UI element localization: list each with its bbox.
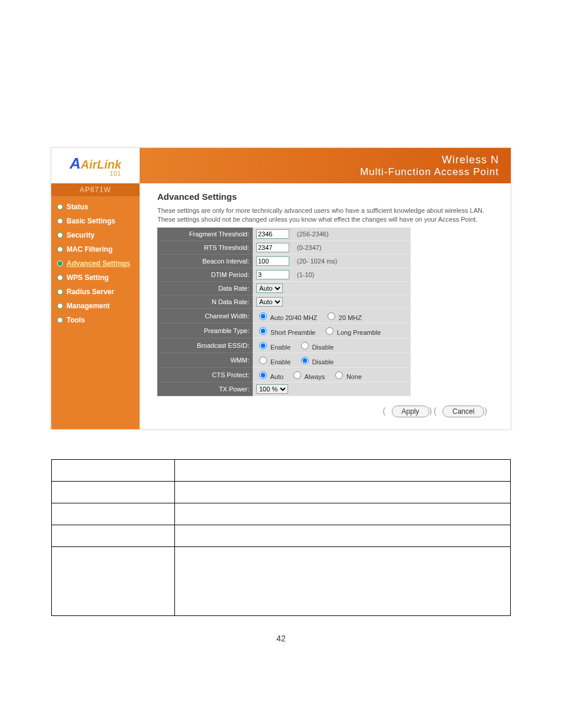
wmm-enable[interactable]: Enable xyxy=(256,358,290,365)
opt-label: Disable xyxy=(312,358,334,365)
opt-label: Long Preamble xyxy=(337,329,381,336)
channel-width-opt1[interactable]: Auto 20/40 MHZ xyxy=(256,314,318,321)
nav-wps-setting[interactable]: WPS Setting xyxy=(51,271,140,285)
tx-power-select[interactable]: 100 % xyxy=(256,384,288,394)
apply-button[interactable]: Apply xyxy=(392,406,429,417)
bullet-icon xyxy=(57,204,63,210)
definition-table xyxy=(51,459,511,616)
table-row xyxy=(52,481,511,503)
wmm-label: WMM: xyxy=(157,353,253,367)
nav-advanced-settings[interactable]: Advanced Settings xyxy=(51,256,140,271)
preamble-opt1[interactable]: Short Preamble xyxy=(256,329,316,336)
tx-power-label: TX Power: xyxy=(157,382,253,396)
table-row xyxy=(52,503,511,525)
nav-security[interactable]: Security xyxy=(51,228,140,242)
model-label: AP671W xyxy=(51,183,140,196)
nav-item-label: WPS Setting xyxy=(67,274,108,282)
banner-line1: Wireless N xyxy=(442,154,499,166)
opt-label: Always xyxy=(305,373,325,380)
bullet-icon xyxy=(57,317,63,323)
data-rate-select[interactable]: Auto xyxy=(256,284,283,293)
nav-item-label: Radius Server xyxy=(67,288,114,296)
page-number: 42 xyxy=(35,634,527,643)
opt-label: 20 MHZ xyxy=(339,314,362,321)
data-rate-label: Data Rate: xyxy=(157,281,253,295)
term-cell xyxy=(52,481,175,503)
bullet-icon xyxy=(57,246,63,252)
radio-icon[interactable] xyxy=(259,342,267,350)
radio-icon[interactable] xyxy=(328,312,335,320)
radio-icon[interactable] xyxy=(259,312,267,320)
nav-item-label: Management xyxy=(67,302,110,310)
desc-cell xyxy=(175,525,511,546)
cts-auto[interactable]: Auto xyxy=(256,373,283,380)
fragment-threshold-input[interactable] xyxy=(256,229,289,239)
n-data-rate-label: N Data Rate: xyxy=(157,295,253,308)
dtim-period-input[interactable] xyxy=(256,270,289,279)
nav-radius-server[interactable]: Radius Server xyxy=(51,285,140,299)
banner: Wireless N Multi-Function Access Point xyxy=(140,148,511,183)
nav-item-label: Status xyxy=(67,203,88,211)
radio-icon[interactable] xyxy=(259,327,267,335)
bullet-icon xyxy=(57,261,63,266)
page-title: Advanced Settings xyxy=(157,192,499,202)
dtim-period-label: DTIM Period: xyxy=(157,268,253,281)
n-data-rate-select[interactable]: Auto xyxy=(256,297,283,307)
radio-icon[interactable] xyxy=(293,371,301,379)
table-row xyxy=(52,459,511,481)
dtim-period-hint: (1-10) xyxy=(297,271,314,278)
opt-label: None xyxy=(346,373,362,380)
fragment-threshold-label: Fragment Threshold: xyxy=(157,228,253,241)
logo-text: AirLink xyxy=(81,158,121,171)
rts-threshold-input[interactable] xyxy=(256,243,289,252)
term-cell xyxy=(52,546,175,615)
term-cell xyxy=(52,503,175,525)
bullet-icon xyxy=(57,303,63,309)
preamble-type-label: Preamble Type: xyxy=(157,323,253,338)
nav-list: Status Basic Settings Security MAC Filte… xyxy=(51,200,140,327)
radio-icon[interactable] xyxy=(301,342,309,350)
radio-icon[interactable] xyxy=(259,371,267,379)
preamble-opt2[interactable]: Long Preamble xyxy=(323,329,381,336)
desc-cell xyxy=(175,503,511,525)
channel-width-label: Channel Width: xyxy=(157,308,253,323)
term-cell xyxy=(52,525,175,546)
radio-icon[interactable] xyxy=(259,357,267,364)
opt-label: Disable xyxy=(312,344,334,351)
desc-cell xyxy=(175,481,511,503)
channel-width-opt2[interactable]: 20 MHZ xyxy=(325,314,362,321)
cancel-button[interactable]: Cancel xyxy=(442,406,484,417)
broadcast-essid-label: Broadcast ESSID: xyxy=(157,338,253,353)
bullet-icon xyxy=(57,289,63,295)
nav-basic-settings[interactable]: Basic Settings xyxy=(51,214,140,228)
sidebar: AP671W Status Basic Settings Security MA… xyxy=(51,183,140,429)
radio-icon[interactable] xyxy=(326,327,333,335)
radio-icon[interactable] xyxy=(301,357,309,364)
fragment-threshold-hint: (256-2346) xyxy=(297,230,329,238)
broadcast-essid-disable[interactable]: Disable xyxy=(298,344,334,351)
opt-label: Enable xyxy=(270,344,290,351)
router-ui-screenshot: AAirLink 101 Wireless N Multi-Function A… xyxy=(51,147,511,430)
nav-status[interactable]: Status xyxy=(51,200,140,214)
wmm-disable[interactable]: Disable xyxy=(298,358,334,365)
nav-item-label: Security xyxy=(67,231,94,239)
opt-label: Enable xyxy=(270,358,290,365)
nav-item-label: Basic Settings xyxy=(67,217,115,225)
beacon-interval-hint: (20- 1024 ms) xyxy=(297,258,337,265)
radio-icon[interactable] xyxy=(335,371,343,379)
bullet-icon xyxy=(57,218,63,224)
cts-always[interactable]: Always xyxy=(290,373,325,380)
cts-none[interactable]: None xyxy=(332,373,362,380)
beacon-interval-label: Beacon Interval: xyxy=(157,254,253,268)
opt-label: Short Preamble xyxy=(270,329,315,336)
nav-tools[interactable]: Tools xyxy=(51,313,140,327)
beacon-interval-input[interactable] xyxy=(256,256,289,266)
broadcast-essid-enable[interactable]: Enable xyxy=(256,344,290,351)
banner-line2: Multi-Function Access Point xyxy=(360,166,499,178)
desc-cell xyxy=(175,459,511,481)
nav-item-label: MAC Filtering xyxy=(67,245,113,253)
nav-mac-filtering[interactable]: MAC Filtering xyxy=(51,242,140,256)
page-desc: These settings are only for more technic… xyxy=(157,206,499,224)
opt-label: Auto 20/40 MHZ xyxy=(270,314,317,321)
nav-management[interactable]: Management xyxy=(51,299,140,313)
